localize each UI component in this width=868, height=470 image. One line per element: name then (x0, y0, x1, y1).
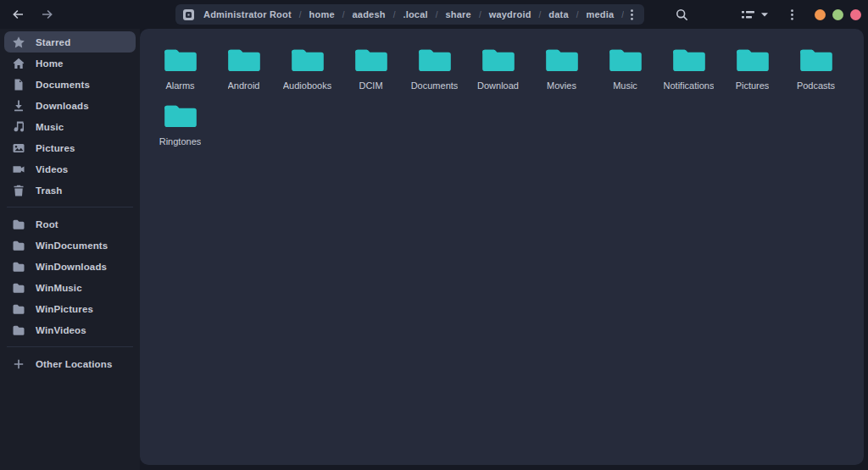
folder-podcasts[interactable]: Podcasts (784, 39, 848, 95)
sidebar-item-music[interactable]: Music (4, 116, 136, 137)
breadcrumb-segment[interactable]: home (308, 9, 337, 19)
sidebar-separator (7, 207, 133, 207)
chevron-down-icon (760, 12, 769, 18)
sidebar-item-videos[interactable]: Videos (4, 158, 136, 180)
main-menu-button[interactable] (782, 5, 801, 24)
download-icon (12, 99, 25, 113)
breadcrumb-segment[interactable]: share (444, 9, 473, 19)
window-body: StarredHomeDocumentsDownloadsMusicPictur… (0, 29, 868, 470)
sidebar-item-label: Downloads (36, 101, 89, 111)
folder-alarms[interactable]: Alarms (148, 39, 212, 95)
breadcrumb-separator: / (436, 10, 438, 19)
sidebar-item-downloads[interactable]: Downloads (4, 95, 136, 116)
view-toggle-button[interactable] (738, 7, 772, 23)
folder-audiobooks[interactable]: Audiobooks (275, 39, 339, 95)
folder-label: Movies (547, 80, 576, 91)
kebab-menu-icon (631, 9, 633, 20)
window-controls (815, 9, 861, 20)
folder-music[interactable]: Music (593, 39, 657, 95)
folder-label: Music (613, 80, 637, 91)
sidebar-item-home[interactable]: Home (4, 53, 136, 74)
image-icon (12, 141, 25, 155)
breadcrumb-separator: / (342, 10, 345, 19)
close-button[interactable] (850, 9, 861, 20)
breadcrumb-segment[interactable]: media (585, 9, 616, 19)
path-bar[interactable]: Administrator Root/home/aadesh/.local/sh… (175, 4, 644, 25)
maximize-button[interactable] (832, 9, 843, 20)
sidebar-item-label: WinDownloads (36, 262, 107, 272)
video-icon (12, 163, 25, 176)
folder-icon (12, 323, 25, 337)
star-icon (12, 36, 25, 49)
folder-label: Alarms (165, 80, 194, 91)
folder-ringtones[interactable]: Ringtones (148, 95, 212, 151)
sidebar-item-root[interactable]: Root (4, 213, 136, 235)
folder-notifications[interactable]: Notifications (657, 39, 721, 95)
minimize-button[interactable] (815, 9, 826, 20)
folder-label: Podcasts (797, 80, 835, 91)
folder-label: Notifications (664, 80, 715, 91)
folder-label: Audiobooks (283, 80, 332, 91)
sidebar-item-label: Home (36, 58, 64, 69)
sidebar-item-winpictures[interactable]: WinPictures (4, 298, 136, 319)
sidebar-item-label: Pictures (36, 143, 75, 153)
sidebar-item-windownloads[interactable]: WinDownloads (4, 256, 136, 277)
sidebar-item-winvideos[interactable]: WinVideos (4, 319, 136, 340)
folder-icon (12, 281, 25, 295)
folder-label: DCIM (359, 80, 382, 91)
breadcrumb-segment[interactable]: .local (401, 9, 429, 19)
breadcrumb-segment[interactable]: aadesh (351, 9, 387, 19)
sidebar-item-label: WinDocuments (36, 241, 108, 251)
folder-android[interactable]: Android (212, 39, 275, 95)
folder-dcim[interactable]: DCIM (339, 39, 403, 95)
trash-icon (12, 184, 25, 197)
folder-icon (671, 46, 707, 76)
folder-documents[interactable]: Documents (403, 39, 466, 95)
sidebar-item-other-locations[interactable]: Other Locations (4, 353, 136, 374)
folder-icon (12, 302, 25, 316)
home-icon (12, 57, 25, 70)
sidebar: StarredHomeDocumentsDownloadsMusicPictur… (0, 29, 140, 470)
folder-pictures[interactable]: Pictures (721, 39, 784, 95)
breadcrumb-separator: / (576, 10, 579, 19)
folder-icon (290, 46, 326, 76)
breadcrumb-segment[interactable]: data (547, 9, 570, 19)
folder-icon (226, 46, 262, 76)
search-button[interactable] (672, 5, 691, 24)
sidebar-item-label: Music (36, 122, 64, 132)
sidebar-item-label: Root (36, 219, 58, 229)
plus-icon (12, 357, 25, 371)
folder-icon (163, 46, 198, 76)
sidebar-item-windocuments[interactable]: WinDocuments (4, 235, 136, 256)
forward-button[interactable] (38, 5, 57, 24)
sidebar-item-pictures[interactable]: Pictures (4, 137, 136, 158)
breadcrumb-separator: / (479, 10, 481, 19)
back-arrow-icon (11, 8, 25, 21)
folder-icon (798, 46, 834, 76)
sidebar-item-trash[interactable]: Trash (4, 180, 136, 201)
breadcrumb-segment[interactable]: waydroid (487, 9, 533, 19)
folder-label: Download (477, 80, 519, 91)
sidebar-item-label: Documents (36, 80, 90, 90)
files-window: Administrator Root/home/aadesh/.local/sh… (0, 0, 868, 470)
folder-movies[interactable]: Movies (530, 39, 593, 95)
folder-download[interactable]: Download (466, 39, 530, 95)
folder-grid: AlarmsAndroidAudiobooksDCIMDocumentsDown… (148, 39, 855, 151)
folder-label: Android (228, 80, 260, 91)
sidebar-item-starred[interactable]: Starred (4, 31, 136, 53)
sidebar-item-label: Videos (36, 164, 68, 174)
content-pane[interactable]: AlarmsAndroidAudiobooksDCIMDocumentsDown… (140, 29, 864, 465)
sidebar-item-label: WinPictures (36, 304, 93, 314)
sidebar-item-winmusic[interactable]: WinMusic (4, 277, 136, 298)
breadcrumb: Administrator Root/home/aadesh/.local/sh… (202, 9, 624, 19)
folder-icon (417, 46, 453, 76)
back-button[interactable] (8, 5, 27, 24)
folder-icon (353, 46, 389, 76)
header-actions (738, 0, 861, 29)
sidebar-item-documents[interactable]: Documents (4, 74, 136, 95)
sidebar-separator (7, 346, 133, 347)
sidebar-item-label: WinMusic (36, 283, 82, 293)
path-options-button[interactable] (624, 7, 639, 22)
breadcrumb-segment[interactable]: Administrator Root (202, 9, 293, 19)
breadcrumb-separator: / (539, 10, 542, 19)
